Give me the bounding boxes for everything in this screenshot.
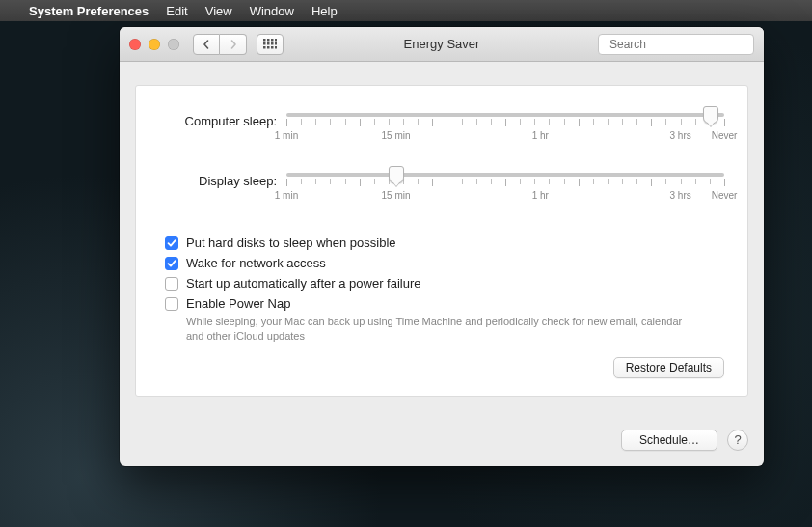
back-button[interactable] [193, 34, 220, 55]
menubar: System Preferences Edit View Window Help [0, 0, 812, 21]
checkbox-powerfail[interactable] [165, 277, 178, 291]
computer-sleep-thumb[interactable] [703, 106, 718, 124]
restore-defaults-button[interactable]: Restore Defaults [613, 357, 724, 378]
search-field[interactable] [598, 34, 754, 55]
show-all-button[interactable] [257, 34, 284, 55]
app-menu[interactable]: System Preferences [29, 4, 149, 18]
slider-mark: Never [712, 130, 738, 141]
schedule-button[interactable]: Schedule… [621, 430, 717, 451]
svg-rect-1 [267, 39, 270, 42]
nav-seg [193, 34, 247, 55]
traffic-lights [129, 39, 179, 50]
svg-rect-2 [271, 39, 274, 42]
menu-view[interactable]: View [205, 4, 232, 18]
svg-rect-3 [275, 39, 277, 42]
svg-rect-7 [275, 42, 277, 45]
svg-rect-10 [271, 46, 274, 49]
menu-edit[interactable]: Edit [166, 4, 187, 18]
slider-mark: 3 hrs [669, 190, 690, 201]
forward-button[interactable] [220, 34, 247, 55]
display-sleep-label: Display sleep: [159, 173, 286, 202]
check-powerfail-label: Start up automatically after a power fai… [186, 276, 421, 291]
slider-mark: Never [712, 190, 738, 201]
slider-mark: 15 min [381, 190, 410, 201]
svg-rect-6 [271, 42, 274, 45]
display-sleep-slider[interactable] [286, 173, 724, 177]
grid-icon [263, 39, 277, 50]
slider-mark: 3 hrs [669, 130, 690, 141]
check-powerfail[interactable]: Start up automatically after a power fai… [159, 273, 724, 293]
zoom-button[interactable] [168, 39, 179, 50]
check-hdd-label: Put hard disks to sleep when possible [186, 236, 396, 250]
svg-rect-8 [263, 46, 266, 49]
slider-mark: 1 min [275, 190, 298, 201]
svg-rect-9 [267, 46, 270, 49]
powernap-helper: While sleeping, your Mac can back up usi… [186, 315, 688, 344]
check-wake[interactable]: Wake for network access [159, 253, 724, 273]
check-wake-label: Wake for network access [186, 256, 326, 270]
menu-window[interactable]: Window [250, 4, 294, 18]
check-powernap-label: Enable Power Nap [186, 296, 290, 311]
slider-mark: 1 hr [532, 190, 549, 201]
check-powernap[interactable]: Enable Power Nap [159, 293, 724, 314]
search-input[interactable] [609, 38, 754, 51]
settings-panel: Computer sleep: 1 min15 min1 hr3 hrsNeve… [135, 85, 748, 397]
svg-rect-4 [263, 42, 266, 45]
checkbox-wake[interactable] [165, 257, 178, 270]
help-button[interactable]: ? [727, 430, 748, 451]
close-button[interactable] [129, 39, 141, 50]
display-sleep-row: Display sleep: 1 min15 min1 hr3 hrsNever [159, 173, 724, 202]
slider-mark: 15 min [381, 130, 410, 141]
checkbox-hdd[interactable] [165, 236, 178, 250]
checkbox-powernap[interactable] [165, 297, 178, 311]
window-footer: Schedule… ? [120, 416, 764, 466]
display-sleep-thumb[interactable] [389, 166, 404, 183]
svg-rect-5 [267, 42, 270, 45]
prefs-window: Energy Saver Computer sleep: 1 min15 min… [120, 27, 764, 466]
svg-rect-11 [275, 46, 277, 49]
slider-mark: 1 hr [532, 130, 549, 141]
minimize-button[interactable] [149, 39, 160, 50]
computer-sleep-label: Computer sleep: [159, 113, 286, 142]
svg-rect-0 [263, 39, 266, 42]
slider-mark: 1 min [275, 130, 298, 141]
titlebar: Energy Saver [120, 27, 764, 62]
menu-help[interactable]: Help [311, 4, 338, 18]
computer-sleep-slider[interactable] [286, 113, 724, 117]
check-hdd[interactable]: Put hard disks to sleep when possible [159, 233, 724, 253]
computer-sleep-row: Computer sleep: 1 min15 min1 hr3 hrsNeve… [159, 113, 724, 142]
